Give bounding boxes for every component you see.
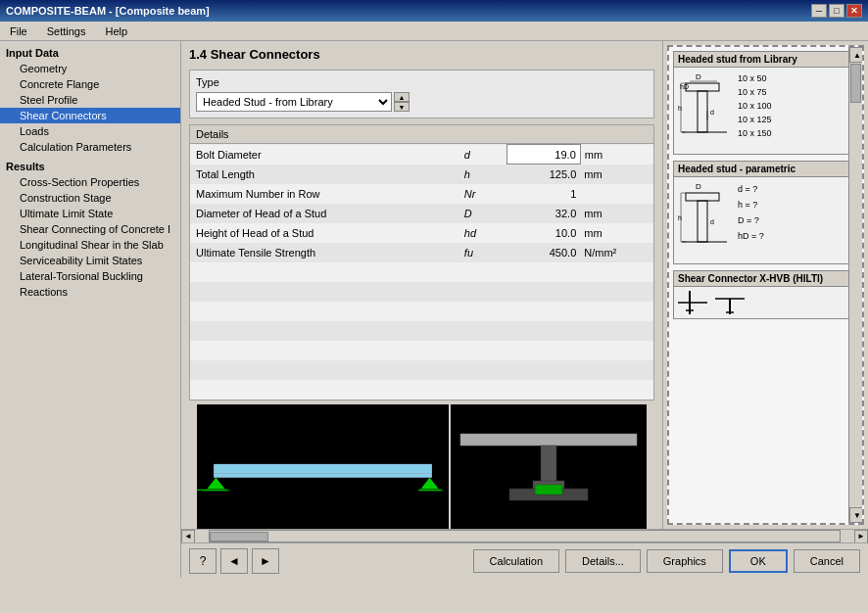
svg-marker-2	[207, 477, 224, 488]
parametric-content: D h d d = ?	[674, 177, 857, 263]
h-scroll-thumb[interactable]	[210, 532, 268, 542]
param-name-5: Ultimate Tensile Strength	[190, 243, 458, 262]
svg-rect-1	[214, 473, 432, 478]
xhvb-icon-2	[715, 291, 745, 314]
sidebar-item-cross-section[interactable]: Cross-Section Properties	[0, 174, 180, 190]
ok-button[interactable]: OK	[729, 549, 788, 573]
maximize-button[interactable]: □	[829, 4, 844, 18]
menu-file[interactable]: File	[4, 24, 33, 39]
h-scroll-track[interactable]	[209, 530, 841, 542]
right-scrollbar: ▲ ▼	[848, 47, 862, 523]
h-scrollbar: ◄ ►	[181, 529, 868, 542]
sidebar-item-reactions[interactable]: Reactions	[0, 284, 180, 300]
svg-text:d: d	[710, 109, 714, 116]
sidebar-item-serviceability[interactable]: Serviceability Limit States	[0, 253, 180, 268]
back-button[interactable]: ◄	[220, 548, 248, 574]
status-right-buttons: Calculation Details... Graphics OK Cance…	[473, 549, 860, 573]
sidebar-item-ultimate-limit[interactable]: Ultimate Limit State	[0, 206, 180, 221]
param-val-0[interactable]: 19.0	[507, 145, 581, 165]
svg-rect-27	[698, 201, 707, 242]
param-val-4: 10.0	[507, 223, 581, 243]
content-area: 1.4 Shear Connectors Type Headed Stud - …	[181, 41, 868, 578]
viz-area	[197, 404, 647, 530]
param-val-5: 450.0	[507, 243, 581, 262]
xhvb-icon-1	[678, 291, 707, 314]
calculation-button[interactable]: Calculation	[473, 549, 559, 573]
sidebar-item-shear-connecting[interactable]: Shear Connecting of Concrete I	[0, 221, 180, 237]
details-button[interactable]: Details...	[565, 549, 641, 573]
section-svg	[451, 404, 647, 530]
sidebar-item-loads[interactable]: Loads	[0, 123, 180, 139]
stud-parametric-diagram: D h d	[678, 181, 732, 259]
menu-settings[interactable]: Settings	[41, 24, 92, 39]
param-name-0: Bolt Diameter	[190, 145, 458, 165]
title-bar: COMPOSITE-BEAM - [Composite beam] ─ □ ✕	[0, 0, 868, 22]
results-label: Results	[0, 159, 180, 174]
section-title: 1.4 Shear Connectors	[189, 47, 654, 62]
param-sym-0: d	[458, 145, 507, 165]
table-row: Bolt Diameter d 19.0 mm	[190, 145, 653, 165]
param-name-1: Total Length	[190, 165, 458, 184]
svg-marker-4	[420, 477, 438, 488]
table-row-empty	[190, 282, 653, 302]
param-unit-2	[580, 184, 653, 204]
sidebar-item-construction-stage[interactable]: Construction Stage	[0, 190, 180, 206]
scroll-thumb[interactable]	[850, 64, 861, 103]
svg-rect-9	[541, 446, 556, 485]
library-content: D hD	[674, 68, 857, 154]
library-title: Headed stud from Library	[674, 52, 857, 68]
sidebar-item-lateral-torsional[interactable]: Lateral-Torsional Buckling	[0, 268, 180, 284]
close-button[interactable]: ✕	[846, 4, 862, 18]
table-row-empty	[190, 341, 653, 360]
scroll-up-arrow[interactable]: ▲	[849, 47, 864, 63]
cancel-button[interactable]: Cancel	[794, 549, 860, 573]
svg-rect-8	[460, 434, 637, 446]
section-view	[451, 404, 647, 530]
sidebar-item-geometry[interactable]: Geometry	[0, 61, 180, 76]
param-unit-5: N/mm²	[580, 243, 653, 262]
type-spin-buttons: ▲ ▼	[394, 92, 410, 112]
details-table: Bolt Diameter d 19.0 mm Total Length h 1…	[190, 144, 653, 400]
sidebar-item-steel-profile[interactable]: Steel Profile	[0, 92, 180, 108]
xhvb-title: Shear Connector X-HVB (HILTI)	[674, 271, 857, 287]
svg-rect-15	[686, 83, 719, 91]
scroll-track[interactable]	[849, 63, 862, 507]
type-section: Type Headed Stud - from Library Headed S…	[189, 70, 654, 118]
h-scroll-left[interactable]: ◄	[181, 530, 195, 543]
graphics-button[interactable]: Graphics	[647, 549, 723, 573]
table-row-empty	[190, 302, 653, 321]
title-controls: ─ □ ✕	[811, 4, 862, 18]
sidebar-item-concrete-flange[interactable]: Concrete Flange	[0, 76, 180, 92]
sidebar-item-calc-params[interactable]: Calculation Parameters	[0, 139, 180, 155]
sidebar: Input Data Geometry Concrete Flange Stee…	[0, 41, 181, 578]
scroll-down-arrow[interactable]: ▼	[849, 507, 864, 523]
table-row-empty	[190, 262, 653, 282]
svg-text:h: h	[678, 214, 682, 221]
h-scroll-right[interactable]: ►	[854, 530, 868, 543]
stud-library-diagram: D hD	[678, 71, 732, 150]
sidebar-item-longitudinal-shear[interactable]: Longitudinal Shear in the Slab	[0, 237, 180, 253]
sidebar-item-shear-connectors[interactable]: Shear Connectors	[0, 108, 180, 123]
svg-rect-26	[686, 193, 719, 201]
status-bar: ? ◄ ► Calculation Details... Graphics OK…	[181, 542, 868, 578]
right-panel-inner: Headed stud from Library D	[667, 45, 864, 525]
type-select[interactable]: Headed Stud - from Library Headed Stud -…	[196, 92, 392, 112]
menu-help[interactable]: Help	[99, 24, 133, 39]
spin-down[interactable]: ▼	[394, 102, 410, 112]
spin-up[interactable]: ▲	[394, 92, 410, 102]
parametric-section: Headed stud - parametric D h d	[673, 161, 858, 264]
param-val-1: 125.0	[507, 165, 581, 184]
xhvb-section: Shear Connector X-HVB (HILTI)	[673, 270, 858, 319]
svg-text:hD: hD	[680, 83, 689, 90]
table-row-empty	[190, 321, 653, 341]
forward-button[interactable]: ►	[252, 548, 279, 574]
menu-bar: File Settings Help	[0, 22, 868, 41]
details-section: Details Bolt Diameter d 19.0 mm Total Le…	[189, 124, 654, 401]
details-header: Details	[190, 125, 653, 144]
help-button[interactable]: ?	[189, 548, 217, 574]
svg-text:h: h	[678, 105, 682, 112]
table-row: Maximum Number in Row Nr 1	[190, 184, 653, 204]
param-name-4: Height of Head of a Stud	[190, 223, 458, 243]
param-unit-3: mm	[580, 204, 653, 223]
minimize-button[interactable]: ─	[811, 4, 827, 18]
